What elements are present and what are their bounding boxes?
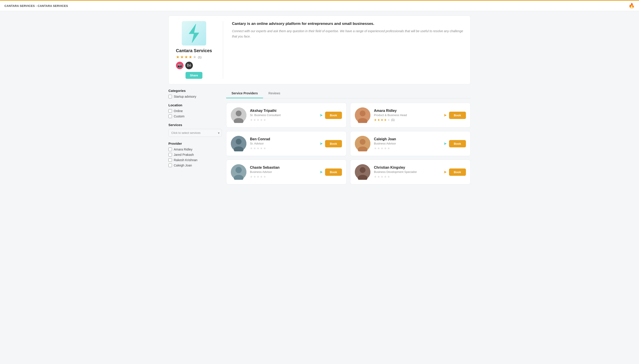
services-section: Services Click to select services bbox=[168, 123, 222, 137]
share-arrow-ben[interactable]: ➤ bbox=[320, 141, 323, 146]
caleigh-joan-label: Caleigh Joan bbox=[174, 164, 192, 167]
provider-role-amara: Product & Business Head bbox=[374, 114, 440, 117]
provider-info-christian: Christian Kingsley Business Development … bbox=[374, 166, 440, 178]
amara-ridley-checkbox[interactable]: Amara Ridley bbox=[168, 148, 222, 151]
share-arrow-christian[interactable]: ➤ bbox=[444, 170, 447, 174]
star-5: ★ bbox=[193, 54, 196, 60]
avatar-amara bbox=[355, 108, 370, 123]
profile-description: Cantary is an online advisory platform f… bbox=[232, 21, 465, 39]
book-button-caleigh[interactable]: Book bbox=[449, 140, 466, 148]
avatar-christian bbox=[355, 164, 370, 180]
share-button[interactable]: Share bbox=[186, 72, 202, 79]
provider-info-akshay: Akshay Tripathi Sr. Business Consultant … bbox=[250, 109, 316, 122]
caleigh-joan-input[interactable] bbox=[168, 164, 172, 167]
custom-label: Custom bbox=[174, 114, 184, 118]
company-logo bbox=[182, 21, 206, 46]
avatar-akshay bbox=[231, 108, 246, 123]
startup-advisory-input[interactable] bbox=[168, 95, 172, 98]
provider-name-akshay: Akshay Tripathi bbox=[250, 109, 316, 113]
profile-card: Cantara Services ★ ★ ★ ★ ★ (1) 📷 Bē Shar… bbox=[168, 16, 471, 84]
provider-actions-ben: ➤ Book bbox=[320, 140, 342, 148]
behance-button[interactable]: Bē bbox=[185, 62, 193, 69]
jared-prakash-checkbox[interactable]: Jared Prakash bbox=[168, 153, 222, 156]
provider-info-amara: Amara Ridley Product & Business Head ★ ★… bbox=[374, 109, 440, 122]
provider-actions-chaste: ➤ Book bbox=[320, 168, 342, 176]
provider-section: Provider Amara Ridley Jared Prakash Rake… bbox=[168, 142, 222, 167]
amara-rating-count: (1) bbox=[391, 118, 395, 122]
jared-prakash-input[interactable] bbox=[168, 153, 172, 156]
online-input[interactable] bbox=[168, 109, 172, 113]
svg-point-2 bbox=[236, 110, 241, 116]
location-section: Location Online Custom bbox=[168, 103, 222, 118]
svg-point-8 bbox=[236, 139, 241, 144]
share-arrow-caleigh[interactable]: ➤ bbox=[444, 141, 447, 146]
provider-stars-chaste: ★ ★ ★ ★ ★ bbox=[250, 175, 316, 178]
provider-card-amara: Amara Ridley Product & Business Head ★ ★… bbox=[350, 103, 471, 128]
caleigh-joan-checkbox[interactable]: Caleigh Joan bbox=[168, 164, 222, 167]
provider-name-caleigh: Caleigh Joan bbox=[374, 137, 440, 141]
share-arrow-akshay[interactable]: ➤ bbox=[320, 113, 323, 118]
provider-role-chaste: Business Advisor bbox=[250, 170, 316, 174]
services-select[interactable]: Click to select services bbox=[168, 129, 222, 137]
provider-actions-christian: ➤ Book bbox=[444, 168, 466, 176]
custom-checkbox[interactable]: Custom bbox=[168, 114, 222, 118]
provider-stars-amara: ★ ★ ★ ★ ★ (1) bbox=[374, 118, 440, 122]
star-1: ★ bbox=[176, 54, 180, 60]
jared-prakash-label: Jared Prakash bbox=[174, 153, 194, 156]
provider-card-ben: Ben Conrad Sr. Advisor ★ ★ ★ ★ ★ ➤ Book bbox=[226, 131, 347, 156]
share-arrow-chaste[interactable]: ➤ bbox=[320, 170, 323, 174]
profile-body: Connect with our experts and ask them an… bbox=[232, 29, 465, 39]
provider-name-ben: Ben Conrad bbox=[250, 137, 316, 141]
provider-card-akshay: Akshay Tripathi Sr. Business Consultant … bbox=[226, 103, 347, 128]
categories-section: Categories Startup advisory bbox=[168, 89, 222, 98]
startup-advisory-checkbox[interactable]: Startup advisory bbox=[168, 95, 222, 98]
provider-stars-caleigh: ★ ★ ★ ★ ★ bbox=[374, 146, 440, 150]
categories-title: Categories bbox=[168, 89, 222, 92]
svg-point-5 bbox=[360, 110, 366, 116]
amara-ridley-label: Amara Ridley bbox=[174, 148, 192, 151]
tab-reviews[interactable]: Reviews bbox=[263, 89, 285, 98]
provider-name-christian: Christian Kingsley bbox=[374, 166, 440, 170]
star-2: ★ bbox=[180, 54, 184, 60]
provider-info-chaste: Chaste Sebastian Business Advisor ★ ★ ★ … bbox=[250, 166, 316, 178]
provider-name-amara: Amara Ridley bbox=[374, 109, 440, 113]
provider-card-caleigh: Caleigh Joan Business Advisor ★ ★ ★ ★ ★ … bbox=[350, 131, 471, 156]
rakesh-krishnan-checkbox[interactable]: Rakesh Krishnan bbox=[168, 158, 222, 162]
book-button-akshay[interactable]: Book bbox=[325, 112, 342, 119]
rakesh-krishnan-input[interactable] bbox=[168, 158, 172, 162]
svg-point-14 bbox=[235, 167, 242, 173]
divider bbox=[223, 21, 223, 79]
avatar-caleigh bbox=[355, 136, 370, 151]
tab-service-providers[interactable]: Service Providers bbox=[226, 89, 263, 98]
provider-stars-ben: ★ ★ ★ ★ ★ bbox=[250, 146, 316, 150]
provider-role-caleigh: Business Advisor bbox=[374, 142, 440, 145]
services-select-wrapper[interactable]: Click to select services bbox=[168, 129, 222, 137]
company-rating: ★ ★ ★ ★ ★ (1) bbox=[176, 54, 212, 60]
custom-input[interactable] bbox=[168, 114, 172, 118]
sidebar: Categories Startup advisory Location Onl… bbox=[168, 89, 222, 184]
avatar-chaste bbox=[231, 164, 246, 180]
page-title: CANTARA SERVICES - CANTARA SERVICES bbox=[5, 4, 68, 8]
online-checkbox[interactable]: Online bbox=[168, 109, 222, 113]
book-button-ben[interactable]: Book bbox=[325, 140, 342, 148]
services-title: Services bbox=[168, 123, 222, 127]
startup-advisory-label: Startup advisory bbox=[174, 95, 196, 98]
provider-info-caleigh: Caleigh Joan Business Advisor ★ ★ ★ ★ ★ bbox=[374, 137, 440, 150]
star-3: ★ bbox=[184, 54, 188, 60]
book-button-amara[interactable]: Book bbox=[449, 112, 466, 119]
provider-role-ben: Sr. Advisor bbox=[250, 142, 316, 145]
svg-point-11 bbox=[360, 139, 366, 145]
social-icons: 📷 Bē bbox=[176, 62, 212, 69]
rating-count: (1) bbox=[198, 56, 201, 59]
rakesh-krishnan-label: Rakesh Krishnan bbox=[174, 158, 197, 162]
provider-title: Provider bbox=[168, 142, 222, 146]
share-arrow-amara[interactable]: ➤ bbox=[444, 113, 447, 118]
top-bar: CANTARA SERVICES - CANTARA SERVICES 🔥 bbox=[0, 0, 639, 11]
online-label: Online bbox=[174, 109, 183, 113]
amara-ridley-input[interactable] bbox=[168, 148, 172, 151]
book-button-chaste[interactable]: Book bbox=[325, 168, 342, 176]
instagram-button[interactable]: 📷 bbox=[176, 62, 184, 69]
svg-point-17 bbox=[360, 167, 366, 173]
book-button-christian[interactable]: Book bbox=[449, 168, 466, 176]
location-title: Location bbox=[168, 103, 222, 107]
